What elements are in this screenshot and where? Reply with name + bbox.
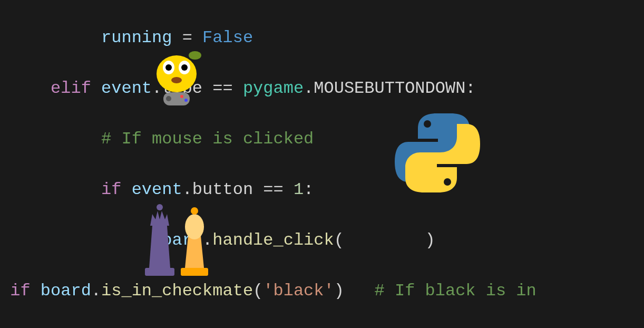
number: 1 bbox=[294, 180, 304, 199]
punct: . bbox=[91, 281, 101, 301]
svg-rect-15 bbox=[181, 268, 208, 276]
keyword: elif bbox=[51, 79, 91, 98]
svg-point-12 bbox=[184, 99, 188, 102]
svg-point-0 bbox=[424, 120, 431, 128]
punct: ( bbox=[334, 230, 344, 250]
member: MOUSEBUTTONDOWN bbox=[314, 79, 465, 98]
pygame-mascot-icon bbox=[142, 42, 211, 111]
comment: mouse is clicked bbox=[142, 129, 314, 149]
keyword: if bbox=[101, 180, 121, 199]
svg-point-6 bbox=[181, 64, 188, 71]
punct: : bbox=[465, 79, 475, 98]
svg-point-14 bbox=[157, 204, 163, 210]
code-editor[interactable]: running = False elif event.type == pygam… bbox=[0, 0, 644, 328]
code-line: elif event.type == pygame.MOUSEBUTTONDOW… bbox=[0, 76, 644, 101]
code-line: if board.is_in_checkmate('black') # If b… bbox=[0, 278, 644, 304]
punct: ) bbox=[334, 281, 344, 301]
svg-point-17 bbox=[191, 207, 198, 215]
punct: ( bbox=[253, 281, 263, 301]
punct: ) bbox=[425, 230, 435, 250]
function: handle_click bbox=[212, 230, 334, 250]
svg-point-5 bbox=[165, 64, 172, 71]
svg-point-16 bbox=[185, 214, 204, 239]
python-logo-icon bbox=[393, 108, 482, 198]
chess-pieces-icon bbox=[134, 194, 219, 278]
svg-point-11 bbox=[180, 95, 183, 98]
function: is_in_checkmate bbox=[101, 281, 253, 301]
code-line: board.handle_click( ) bbox=[0, 228, 644, 253]
code-line: # If mouse is clicked bbox=[0, 127, 644, 152]
operator: == bbox=[253, 180, 294, 199]
svg-point-10 bbox=[166, 96, 171, 101]
comment: # If black is in bbox=[364, 281, 536, 301]
string: 'black' bbox=[263, 281, 334, 301]
punct: : bbox=[304, 180, 314, 199]
svg-rect-13 bbox=[145, 268, 174, 276]
variable: board bbox=[31, 281, 91, 301]
comment: # If bbox=[101, 129, 142, 149]
svg-point-7 bbox=[171, 77, 182, 83]
keyword: if bbox=[10, 281, 30, 301]
svg-point-2 bbox=[157, 55, 197, 92]
punct: . bbox=[304, 79, 314, 98]
svg-point-8 bbox=[189, 51, 201, 60]
module: pygame bbox=[243, 79, 304, 98]
code-line: running = False bbox=[0, 25, 644, 51]
code-line: if event.button == 1: bbox=[0, 177, 644, 202]
svg-point-1 bbox=[444, 178, 451, 186]
